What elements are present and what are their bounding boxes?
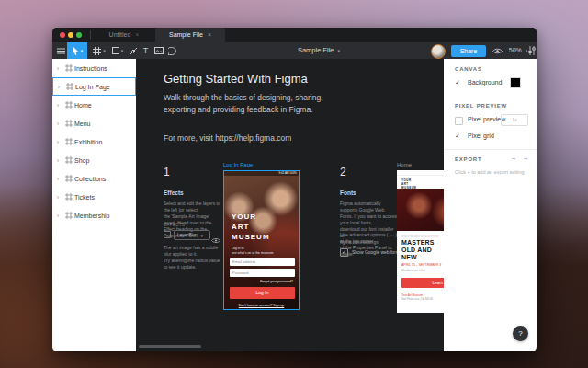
chevron-right-icon[interactable]: › xyxy=(52,121,63,127)
headline-line: NEW xyxy=(401,254,435,261)
pixel-grid-label: Pixel grid xyxy=(468,132,494,139)
learn-more-button[interactable]: Learn More xyxy=(401,278,444,288)
hamburger-menu-icon xyxy=(57,48,65,54)
presentation-view-button[interactable] xyxy=(491,42,504,59)
effect-type-dropdown[interactable]: Layer Blur ▾ xyxy=(174,230,210,240)
chevron-down-icon: ▾ xyxy=(121,48,124,53)
layer-label: Membership xyxy=(74,213,110,219)
chevron-down-icon: ▾ xyxy=(81,48,84,53)
email-field[interactable]: Email address xyxy=(230,258,295,266)
rectangle-tool-icon xyxy=(112,47,119,54)
status-time: 9:41 AM 100% xyxy=(278,171,297,176)
frame-icon xyxy=(64,83,75,90)
canvas-more-info-text: For more, visit https://help.figma.com xyxy=(164,132,291,144)
image-tool-icon xyxy=(154,47,164,54)
home-frame[interactable]: YOUR ART MUSEUM THE FINE ART COLLECTION … xyxy=(397,170,444,313)
text-tool-icon: T xyxy=(143,46,149,55)
move-tool-button[interactable]: ▾ xyxy=(67,42,87,59)
background-checkbox[interactable]: ✓ xyxy=(455,79,460,86)
layer-label: Exhibition xyxy=(74,139,102,145)
status-bar: 9:41 AM 100% xyxy=(224,171,299,176)
fullscreen-window-button[interactable] xyxy=(76,32,82,38)
frame-label-log-in-page[interactable]: Log In Page xyxy=(223,162,253,167)
checkbox-checked-icon[interactable]: ✓ xyxy=(340,248,348,257)
image-tool-button[interactable] xyxy=(152,42,165,59)
remove-export-button[interactable]: − xyxy=(512,155,516,163)
chevron-right-icon[interactable]: › xyxy=(52,176,63,182)
comment-tool-button[interactable] xyxy=(165,42,179,59)
exhibition-headline: MASTERS OLD AND NEW xyxy=(401,239,435,261)
section-1-micro-label: EFFECTS xyxy=(164,223,185,227)
note-line: Try altering the radius value to see it … xyxy=(164,258,222,270)
background-color-swatch[interactable] xyxy=(510,77,521,88)
password-field[interactable]: Password xyxy=(230,269,295,277)
shape-tool-button[interactable]: ▾ xyxy=(109,42,126,59)
frame-icon xyxy=(63,175,74,182)
comment-bubble-icon xyxy=(168,47,176,55)
chevron-right-icon[interactable]: › xyxy=(52,157,63,164)
layer-row-membership[interactable]: › Membership xyxy=(52,206,136,224)
footer-line: San Francisco, CA 94103 xyxy=(401,297,433,301)
subtitle-line: see what's on at the museum xyxy=(232,251,273,256)
canvas-heading-text: Getting Started With Figma xyxy=(164,72,308,86)
user-avatar[interactable] xyxy=(431,44,446,59)
layer-label: Home xyxy=(74,102,92,109)
chevron-right-icon[interactable]: › xyxy=(53,84,64,90)
close-window-button[interactable] xyxy=(60,32,65,38)
log-in-page-frame[interactable]: 9:41 AM 100% YOUR ART MUSEUM Log in to s… xyxy=(223,170,300,310)
close-tab-icon[interactable]: × xyxy=(135,31,139,38)
layer-row-collections[interactable]: › Collections xyxy=(52,169,136,188)
share-button[interactable]: Share xyxy=(451,45,486,57)
frame-tool-button[interactable]: ▾ xyxy=(91,42,107,59)
main-menu-button[interactable] xyxy=(54,42,67,59)
layer-row-tickets[interactable]: › Tickets xyxy=(52,188,136,206)
frame-label-home[interactable]: Home xyxy=(397,162,412,167)
sign-up-link[interactable]: Don't have an account? Sign up xyxy=(224,304,299,307)
horizontal-scrollbar[interactable] xyxy=(139,345,201,348)
chevron-right-icon[interactable]: › xyxy=(52,139,63,145)
pen-tool-button[interactable] xyxy=(127,42,140,59)
intro-line-1: Walk through the basics of designing, sh… xyxy=(164,92,323,104)
layer-label: Collections xyxy=(74,176,106,182)
pixel-preview-checkbox[interactable] xyxy=(455,117,463,125)
chevron-down-icon: ▾ xyxy=(201,233,204,238)
pixel-preview-scale-input[interactable]: 1x xyxy=(501,114,528,126)
chevron-right-icon[interactable]: › xyxy=(52,102,63,109)
export-hint-text: Click + to add an export setting xyxy=(455,169,530,175)
layer-row-home[interactable]: › Home xyxy=(52,96,136,114)
design-canvas[interactable]: Getting Started With Figma Walk through … xyxy=(136,59,444,351)
text-tool-button[interactable]: T xyxy=(140,42,152,59)
section-1-number: 1 xyxy=(164,166,170,178)
adjust-settings-button[interactable] xyxy=(527,42,537,59)
eye-icon xyxy=(211,237,220,244)
tab-untitled[interactable]: Untitled× xyxy=(95,28,153,42)
layer-row-exhibition[interactable]: › Exhibition xyxy=(52,132,136,151)
chevron-right-icon[interactable]: › xyxy=(52,194,63,201)
forgot-password-link[interactable]: Forgot your password? xyxy=(260,280,293,283)
document-title[interactable]: Sample File ▾ xyxy=(264,42,374,59)
log-in-button[interactable]: Log In xyxy=(230,287,295,299)
layer-row-log-in-page[interactable]: › Log In Page xyxy=(52,77,136,96)
body-line: Fonts. If you want to access your local … xyxy=(340,213,399,226)
section-2-title: Fonts xyxy=(340,190,356,196)
layer-label: Instructions xyxy=(74,65,107,72)
chevron-right-icon[interactable]: › xyxy=(52,65,63,72)
layer-row-shop[interactable]: › Shop xyxy=(52,151,136,169)
close-tab-icon[interactable]: × xyxy=(208,31,211,38)
chevron-right-icon[interactable]: › xyxy=(52,213,63,219)
note-line: Use advanced options ( ⋯ ) at the top co… xyxy=(340,232,399,245)
pixel-grid-checkbox[interactable]: ✓ xyxy=(455,132,460,140)
tab-sample-file[interactable]: Sample File× xyxy=(155,28,225,42)
layer-row-instructions[interactable]: › Instructions xyxy=(52,59,136,77)
layer-label: Tickets xyxy=(74,194,95,201)
minimize-window-button[interactable] xyxy=(68,32,74,38)
exhibition-dates: APRIL 15 – SEPTEMBER 3 xyxy=(401,263,441,267)
properties-panel: CANVAS ✓ Background PIXEL PREVIEW Pixel … xyxy=(444,59,537,351)
help-button[interactable]: ? xyxy=(513,326,528,341)
add-export-button[interactable]: + xyxy=(524,155,528,163)
google-fonts-checkbox-row[interactable]: ✓ Show Google web fonts xyxy=(340,248,401,257)
window-titlebar[interactable]: Untitled× Sample File× xyxy=(52,28,537,42)
effect-toggle-box[interactable] xyxy=(164,231,171,238)
layer-row-menu[interactable]: › Menu xyxy=(52,114,136,132)
eye-icon xyxy=(492,48,503,54)
